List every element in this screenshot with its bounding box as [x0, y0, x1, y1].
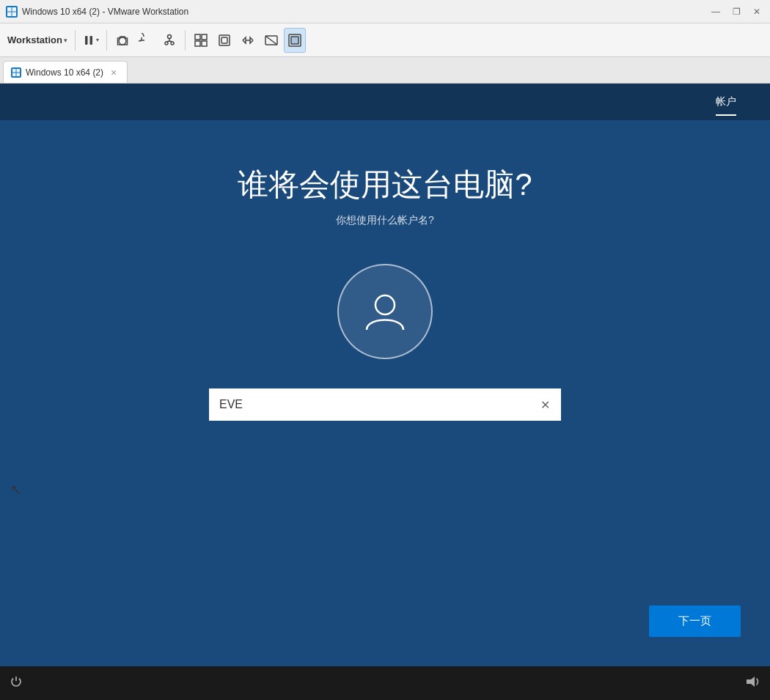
svg-line-21	[265, 36, 277, 45]
nav-item-account[interactable]: 帐户	[704, 89, 748, 114]
unity-button[interactable]	[190, 28, 212, 53]
no-stretch-icon	[264, 33, 279, 48]
unity-icon	[194, 33, 208, 48]
svg-rect-16	[202, 41, 207, 46]
vm-viewport[interactable]: 帐户 谁将会使用这台电脑? 你想使用什么帐户名? ✕ ↖ 下一页	[0, 84, 770, 666]
svg-rect-14	[202, 34, 207, 40]
pause-button[interactable]: ▾	[80, 28, 102, 53]
svg-line-12	[169, 41, 172, 42]
tab-close-button[interactable]: ×	[108, 67, 120, 78]
title-bar: Windows 10 x64 (2) - VMware Workstation …	[0, 0, 770, 23]
svg-point-10	[171, 42, 174, 45]
tab-vm-icon	[11, 67, 21, 78]
revert-icon	[139, 33, 153, 48]
next-button[interactable]: 下一页	[649, 605, 741, 637]
restore-button[interactable]: ❐	[729, 4, 744, 19]
stretch-button[interactable]	[237, 28, 259, 53]
toolbar-separator-3	[185, 30, 186, 51]
toolbar: Workstation ▾ ▾	[0, 23, 770, 57]
fit-guest-icon	[217, 33, 232, 48]
power-icon	[9, 674, 23, 693]
tab-bar: Windows 10 x64 (2) ×	[0, 57, 770, 84]
svg-point-7	[167, 34, 171, 38]
app-icon	[6, 6, 18, 18]
pause-icon	[83, 34, 95, 46]
pause-dropdown-arrow: ▾	[96, 37, 99, 43]
svg-rect-2	[7, 12, 12, 16]
username-input[interactable]	[209, 388, 561, 421]
svg-rect-24	[12, 69, 16, 73]
window-controls: — ❐ ✕	[708, 4, 764, 19]
svg-rect-5	[89, 36, 92, 45]
revert-snapshot-button[interactable]	[135, 28, 157, 53]
workstation-menu-button[interactable]: Workstation ▾	[4, 28, 70, 53]
vm-setup-title: 谁将会使用这台电脑?	[238, 164, 532, 205]
svg-rect-13	[195, 34, 200, 40]
svg-rect-17	[219, 35, 230, 45]
vm-nav-bar: 帐户	[0, 84, 770, 120]
svg-rect-1	[12, 7, 17, 12]
tab-label: Windows 10 x64 (2)	[26, 67, 103, 78]
no-stretch-button[interactable]	[260, 28, 282, 53]
fit-guest-button[interactable]	[213, 28, 235, 53]
fullscreen-icon	[287, 33, 302, 48]
vm-content: 谁将会使用这台电脑? 你想使用什么帐户名? ✕	[0, 120, 770, 666]
svg-rect-4	[85, 36, 88, 45]
fullscreen-button[interactable]	[284, 28, 306, 53]
snapshot-manager-button[interactable]	[158, 28, 180, 53]
svg-rect-15	[195, 41, 200, 46]
username-input-wrap: ✕	[209, 388, 561, 421]
svg-rect-27	[17, 73, 21, 76]
svg-line-11	[166, 41, 169, 42]
window-title: Windows 10 x64 (2) - VMware Workstation	[22, 7, 708, 17]
svg-point-6	[119, 37, 126, 45]
snapshot-manager-icon	[162, 33, 177, 48]
svg-rect-26	[12, 73, 16, 76]
workstation-label: Workstation	[7, 34, 62, 45]
vm-setup-subtitle: 你想使用什么帐户名?	[336, 214, 434, 227]
input-clear-button[interactable]: ✕	[536, 396, 554, 413]
workstation-dropdown-arrow: ▾	[64, 37, 67, 44]
avatar-icon	[359, 286, 411, 337]
svg-rect-3	[12, 12, 17, 16]
svg-rect-0	[7, 7, 12, 12]
vm-tab[interactable]: Windows 10 x64 (2) ×	[3, 61, 128, 83]
stretch-icon	[241, 33, 255, 48]
svg-marker-29	[747, 677, 755, 687]
svg-rect-25	[17, 69, 21, 73]
svg-point-9	[165, 42, 168, 45]
bottom-bar	[0, 666, 770, 700]
toolbar-separator-2	[106, 30, 107, 51]
svg-rect-23	[291, 37, 298, 44]
svg-rect-18	[221, 37, 227, 43]
close-button[interactable]: ✕	[749, 4, 764, 19]
svg-point-28	[375, 295, 395, 314]
minimize-button[interactable]: —	[708, 4, 723, 19]
toolbar-separator-1	[75, 30, 76, 51]
snapshot-icon	[115, 33, 130, 48]
user-avatar	[337, 264, 433, 359]
take-snapshot-button[interactable]	[111, 28, 133, 53]
volume-icon	[745, 675, 761, 692]
